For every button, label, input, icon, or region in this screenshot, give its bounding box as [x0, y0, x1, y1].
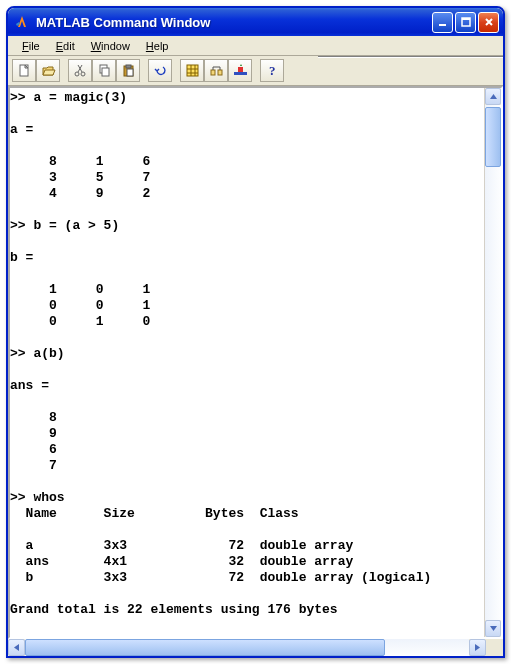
svg-rect-13: [218, 70, 222, 75]
svg-rect-14: [234, 72, 247, 75]
close-button[interactable]: [478, 12, 499, 33]
svg-rect-7: [102, 68, 109, 76]
paste-button[interactable]: [116, 59, 140, 82]
help-button[interactable]: ?: [260, 59, 284, 82]
new-file-button[interactable]: [12, 59, 36, 82]
svg-rect-0: [439, 24, 446, 26]
title-bar[interactable]: MATLAB Command Window: [8, 8, 503, 36]
client-area: >> a = magic(3) a = 8 1 6 3 5 7 4 9 2 >>…: [8, 86, 503, 639]
toolbar: ?: [8, 56, 503, 86]
menu-window[interactable]: Window: [83, 38, 138, 54]
matlab-icon: [14, 14, 30, 30]
minimize-button[interactable]: [432, 12, 453, 33]
svg-point-5: [81, 72, 85, 76]
scroll-track[interactable]: [485, 105, 501, 620]
scroll-thumb[interactable]: [485, 107, 501, 167]
vertical-scrollbar[interactable]: [484, 88, 501, 637]
copy-button[interactable]: [92, 59, 116, 82]
scroll-corner: [486, 639, 503, 656]
window-title: MATLAB Command Window: [36, 15, 432, 30]
menu-bar: File Edit Window Help: [8, 36, 503, 56]
open-file-button[interactable]: [36, 59, 60, 82]
simulink-button[interactable]: [228, 59, 252, 82]
svg-rect-9: [126, 65, 131, 68]
toolbar-divider: [318, 56, 503, 58]
cut-button[interactable]: [68, 59, 92, 82]
hscroll-track[interactable]: [25, 639, 469, 656]
svg-rect-12: [211, 70, 215, 75]
path-browser-button[interactable]: [204, 59, 228, 82]
hscroll-thumb[interactable]: [25, 639, 385, 656]
menu-file[interactable]: File: [14, 38, 48, 54]
undo-button[interactable]: [148, 59, 172, 82]
svg-rect-2: [462, 18, 470, 20]
command-output[interactable]: >> a = magic(3) a = 8 1 6 3 5 7 4 9 2 >>…: [10, 88, 484, 637]
maximize-button[interactable]: [455, 12, 476, 33]
svg-rect-11: [187, 65, 198, 76]
menu-help[interactable]: Help: [138, 38, 177, 54]
svg-text:?: ?: [269, 63, 276, 78]
window-frame: MATLAB Command Window File Edit Window H…: [6, 6, 505, 658]
scroll-down-button[interactable]: [485, 620, 501, 637]
scroll-right-button[interactable]: [469, 639, 486, 656]
menu-edit[interactable]: Edit: [48, 38, 83, 54]
svg-point-4: [75, 72, 79, 76]
scroll-left-button[interactable]: [8, 639, 25, 656]
horizontal-scrollbar[interactable]: [8, 639, 503, 656]
scroll-up-button[interactable]: [485, 88, 501, 105]
svg-rect-10: [127, 69, 133, 76]
svg-rect-15: [238, 67, 243, 72]
workspace-button[interactable]: [180, 59, 204, 82]
